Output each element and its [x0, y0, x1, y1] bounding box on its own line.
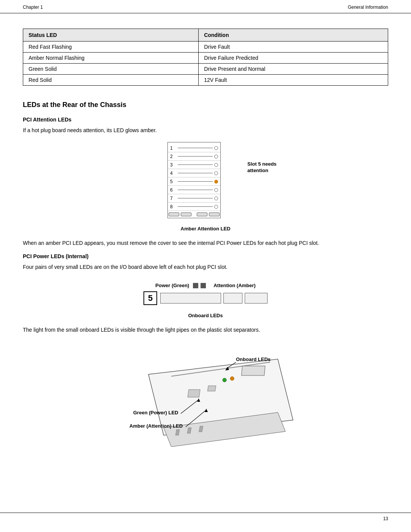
- attention-amber-label: Attention (Amber): [213, 283, 256, 288]
- onboard-leds-diagram-label: Onboard LEDs: [236, 356, 271, 362]
- page-content: Status LED Condition Red Fast FlashingDr…: [0, 13, 411, 477]
- slot-indicator-1: [214, 146, 218, 150]
- svg-rect-7: [207, 386, 216, 391]
- slot-indicator-2: [214, 155, 218, 158]
- slot-num-4: 4: [170, 171, 176, 176]
- table-row: Red Fast FlashingDrive Fault: [23, 42, 388, 53]
- table-col2-header: Condition: [199, 29, 388, 42]
- card-diagram: Onboard LEDs Green (Power) LED Amber (At…: [110, 340, 301, 447]
- pci-attention-subheading: PCI Attention LEDs: [23, 117, 388, 123]
- slot-row-7: 7: [168, 194, 220, 203]
- svg-point-9: [230, 377, 234, 380]
- slot-row-8: 8: [168, 203, 220, 211]
- svg-rect-10: [241, 366, 265, 375]
- slot-num-8: 8: [170, 204, 176, 209]
- amber-attention-diagram-label: Amber (Attention) LED: [129, 423, 183, 429]
- pci-attention-para1: If a hot plug board needs attention, its…: [23, 126, 388, 134]
- section-heading: LEDs at the Rear of the Chassis: [23, 101, 388, 109]
- slot-indicator-5-amber: [214, 180, 218, 184]
- table-condition-cell: Drive Failure Predicted: [199, 53, 388, 64]
- slot-num-5: 5: [170, 179, 176, 184]
- slot-row-1: 1: [168, 144, 220, 152]
- slot-num-7: 7: [170, 196, 176, 201]
- slot-row-5: 5: [168, 177, 220, 186]
- pci-power-section: PCI Power LEDs (Internal) Four pairs of …: [23, 253, 388, 334]
- slot-5-label: Slot 5 needs attention: [247, 161, 289, 174]
- slot-btn-4: [209, 212, 220, 216]
- slot-num-6: 6: [170, 187, 176, 193]
- slot-btn-3: [197, 212, 207, 216]
- power-squares: [193, 283, 206, 288]
- slot-line-2: [178, 156, 213, 157]
- slot-bottom-buttons: [168, 212, 220, 216]
- pld-board-row: 5: [143, 291, 268, 305]
- status-led-table: Status LED Condition Red Fast FlashingDr…: [23, 29, 388, 86]
- power-leds-row: Power (Green) Attention (Amber): [155, 283, 255, 288]
- slot-line-8: [178, 206, 213, 207]
- section-label: General Information: [348, 5, 388, 10]
- page-number: 13: [383, 516, 388, 521]
- onboard-para: The light from the small onboard LEDs is…: [23, 326, 388, 334]
- pci-attention-section: PCI Attention LEDs If a hot plug board n…: [23, 117, 388, 247]
- page-footer: 13: [0, 513, 411, 524]
- table-condition-cell: Drive Present and Normal: [199, 64, 388, 75]
- slot-indicator-7: [214, 197, 218, 200]
- green-power-label: Green (Power) LED: [133, 410, 178, 415]
- slot-diagram-container: 1 2 3: [23, 142, 388, 218]
- pld-board-slots: [160, 293, 268, 304]
- slot-line-6: [178, 190, 213, 190]
- pci-attention-para2: When an amber PCI LED appears, you must …: [23, 239, 388, 247]
- pci-slot-diagram: 1 2 3: [167, 142, 244, 218]
- slot-row-3: 3: [168, 161, 220, 169]
- slot-indicator-6: [214, 188, 218, 192]
- table-row: Amber Normal FlashingDrive Failure Predi…: [23, 53, 388, 64]
- slot-row-4: 4: [168, 169, 220, 177]
- table-row: Green SolidDrive Present and Normal: [23, 64, 388, 75]
- power-leds-diagram-container: Power (Green) Attention (Amber) 5: [23, 279, 388, 305]
- chapter-label: Chapter 1: [23, 5, 43, 10]
- table-status-cell: Red Solid: [23, 75, 199, 86]
- table-status-cell: Green Solid: [23, 64, 199, 75]
- pld-tiny-rect: [245, 293, 268, 304]
- pci-power-para: Four pairs of very small LEDs are on the…: [23, 263, 388, 271]
- amber-attention-label: Amber Attention LED: [23, 226, 388, 232]
- slot-indicator-3: [214, 163, 218, 167]
- slot-box: 1 2 3: [167, 142, 221, 218]
- power-green-label: Power (Green): [155, 283, 189, 288]
- table-row: Red Solid12V Fault: [23, 75, 388, 86]
- pld-long-rect: [160, 293, 221, 304]
- slot-line-7: [178, 198, 213, 198]
- slot-line-5: [178, 181, 213, 182]
- power-square-1: [193, 283, 198, 288]
- slot-indicator-8: [214, 205, 218, 209]
- pld-num-5: 5: [143, 291, 157, 305]
- slot-num-2: 2: [170, 154, 176, 159]
- slot-btn-2: [181, 212, 191, 216]
- slot-row-2: 2: [168, 152, 220, 161]
- pci-power-subheading: PCI Power LEDs (Internal): [23, 253, 388, 259]
- page-header: Chapter 1 General Information: [0, 0, 411, 13]
- card-diagram-section: Onboard LEDs Green (Power) LED Amber (At…: [23, 340, 388, 447]
- card-svg: Onboard LEDs Green (Power) LED Amber (At…: [110, 340, 301, 447]
- table-status-cell: Amber Normal Flashing: [23, 53, 199, 64]
- svg-point-8: [223, 378, 226, 382]
- pld-short-rect: [223, 293, 242, 304]
- slot-indicator-4: [214, 171, 218, 175]
- table-condition-cell: 12V Fault: [199, 75, 388, 86]
- table-condition-cell: Drive Fault: [199, 42, 388, 53]
- onboard-leds-label: Onboard LEDs: [23, 313, 388, 318]
- table-status-cell: Red Fast Flashing: [23, 42, 199, 53]
- power-square-2: [201, 283, 206, 288]
- slot-btn-1: [169, 212, 179, 216]
- slot-line-3: [178, 165, 213, 165]
- slot-line-1: [178, 148, 213, 148]
- slot-line-4: [178, 173, 213, 173]
- svg-rect-6: [188, 390, 200, 397]
- slot-num-1: 1: [170, 145, 176, 151]
- page-container: Chapter 1 General Information Status LED…: [0, 0, 411, 532]
- table-col1-header: Status LED: [23, 29, 199, 42]
- section-leds-rear: LEDs at the Rear of the Chassis PCI Atte…: [23, 101, 388, 447]
- slot-num-3: 3: [170, 162, 176, 168]
- slot-row-6: 6: [168, 186, 220, 194]
